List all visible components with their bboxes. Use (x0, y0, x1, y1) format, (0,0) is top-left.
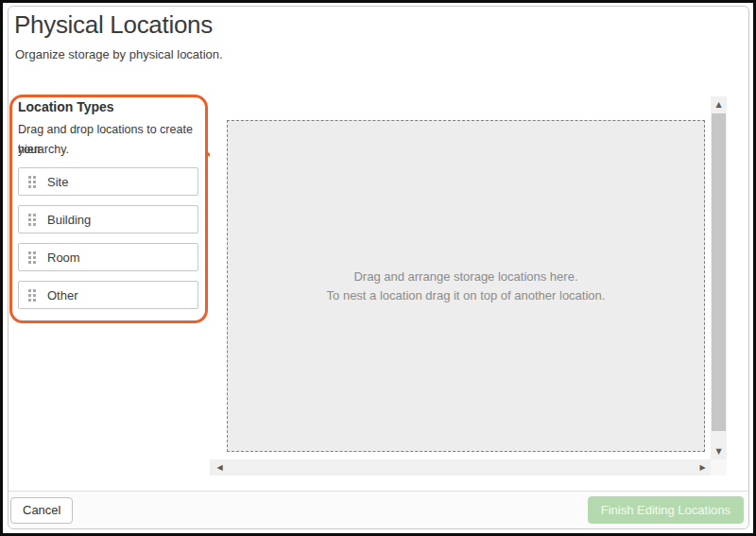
vertical-scrollbar-thumb[interactable] (712, 113, 726, 431)
scroll-right-icon: ▶ (699, 464, 705, 472)
location-type-item-building[interactable]: Building (18, 205, 198, 233)
location-type-label: Site (47, 175, 68, 189)
scroll-left-icon: ◀ (216, 464, 222, 472)
drag-handle-dots (28, 176, 31, 179)
drag-handle-icon[interactable] (28, 214, 36, 226)
scrollbar-corner (711, 459, 727, 475)
locations-canvas: Drag and arrange storage locations here.… (210, 95, 728, 477)
location-type-item-site[interactable]: Site (18, 167, 198, 196)
scroll-left-button[interactable]: ◀ (212, 459, 228, 475)
panel-description-line2: hierarchy. (18, 140, 203, 160)
finish-editing-locations-button[interactable]: Finish Editing Locations (588, 496, 744, 524)
vertical-scrollbar[interactable]: ▲ ▼ (711, 96, 727, 459)
physical-locations-dialog: Physical Locations Organize storage by p… (8, 6, 749, 529)
cancel-button[interactable]: Cancel (10, 497, 73, 524)
dialog-footer: Cancel Finish Editing Locations (9, 491, 748, 528)
location-types-heading: Location Types (18, 99, 114, 114)
locations-dropzone[interactable]: Drag and arrange storage locations here.… (227, 120, 705, 452)
scroll-down-icon: ▼ (715, 448, 721, 456)
drag-handle-icon[interactable] (28, 289, 36, 302)
location-type-label: Other (47, 288, 78, 303)
location-type-item-room[interactable]: Room (18, 243, 198, 271)
horizontal-scrollbar[interactable]: ◀ ▶ (210, 459, 711, 475)
location-type-label: Room (47, 251, 80, 265)
scroll-up-icon: ▲ (715, 101, 721, 109)
drag-handle-icon[interactable] (28, 176, 36, 188)
drag-handle-dots (28, 214, 31, 216)
physical-locations-window: Physical Locations Organize storage by p… (0, 0, 756, 536)
drag-handle-dots (28, 251, 31, 254)
scroll-down-button[interactable]: ▼ (711, 443, 727, 459)
dropzone-message-line2: To nest a location drag it on top of ano… (327, 286, 606, 305)
location-type-label: Building (47, 213, 91, 227)
dropzone-message-line1: Drag and arrange storage locations here. (353, 268, 577, 286)
page-title: Physical Locations (14, 10, 213, 40)
page-subtitle: Organize storage by physical location. (15, 47, 223, 61)
drag-handle-icon[interactable] (28, 251, 36, 264)
scroll-up-button[interactable]: ▲ (711, 96, 727, 112)
location-type-item-other[interactable]: Other (18, 281, 198, 309)
scroll-right-button[interactable]: ▶ (695, 459, 711, 475)
location-types-annotation-highlight: Location Types Drag and drop locations t… (9, 95, 208, 323)
drag-handle-dots (28, 289, 31, 292)
